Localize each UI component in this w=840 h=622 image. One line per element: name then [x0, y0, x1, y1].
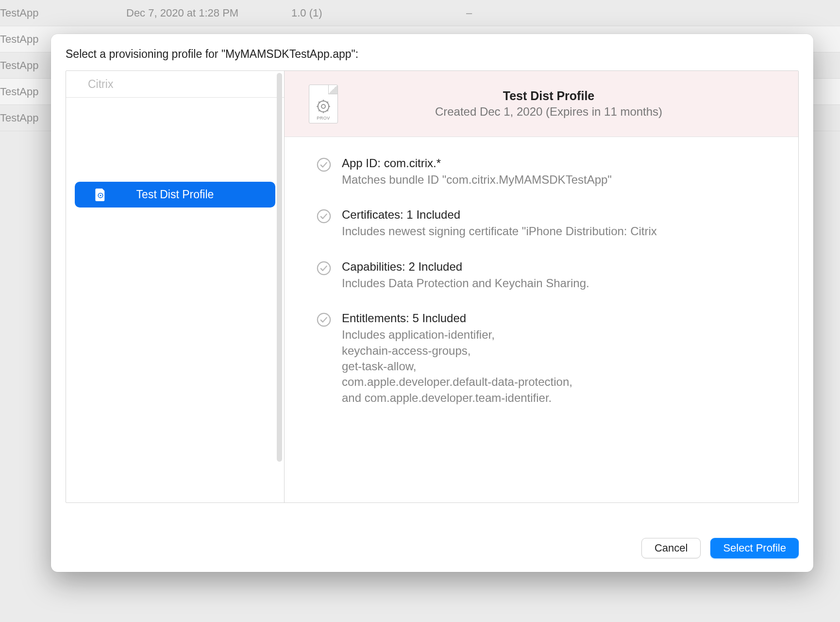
profile-title: Test Dist Profile: [357, 89, 740, 103]
info-entitlements: Entitlements: 5 Included Includes applic…: [317, 311, 779, 406]
detail-header-text: Test Dist Profile Created Dec 1, 2020 (E…: [357, 89, 740, 119]
cancel-button[interactable]: Cancel: [641, 538, 701, 558]
certificates-secondary: Includes newest signing certificate "iPh…: [342, 224, 779, 239]
profile-sidebar: Citrix Test Dist Profile: [66, 71, 285, 502]
svg-point-12: [318, 158, 330, 171]
check-circle-icon: [317, 157, 331, 172]
info-app-id: App ID: com.citrix.* Matches bundle ID "…: [317, 156, 779, 188]
entitlements-secondary: Includes application-identifier, keychai…: [342, 327, 779, 406]
dialog-body: Citrix Test Dist Profile: [66, 70, 799, 503]
check-circle-icon: [317, 209, 331, 224]
detail-content: App ID: com.citrix.* Matches bundle ID "…: [285, 137, 798, 406]
check-circle-icon: [317, 261, 331, 276]
profile-list-item-label: Test Dist Profile: [136, 188, 214, 201]
select-profile-button[interactable]: Select Profile: [710, 538, 799, 558]
svg-point-14: [318, 262, 330, 275]
provisioning-doc-icon: [95, 189, 106, 201]
svg-point-15: [318, 313, 330, 326]
gear-icon: [316, 99, 331, 114]
profile-subtitle: Created Dec 1, 2020 (Expires in 11 month…: [357, 105, 740, 119]
check-circle-icon: [317, 312, 331, 327]
entitlements-primary: Entitlements: 5 Included: [342, 311, 779, 325]
app-id-secondary: Matches bundle ID "com.citrix.MyMAMSDKTe…: [342, 172, 779, 188]
profile-detail: PROV Test Dist Profile Created Dec 1, 20…: [285, 71, 798, 502]
provisioning-profile-dialog: Select a provisioning profile for "MyMAM…: [51, 34, 813, 572]
svg-point-13: [318, 210, 330, 223]
certificates-primary: Certificates: 1 Included: [342, 208, 779, 222]
profile-list-item-selected[interactable]: Test Dist Profile: [75, 182, 275, 207]
capabilities-secondary: Includes Data Protection and Keychain Sh…: [342, 276, 779, 291]
info-certificates: Certificates: 1 Included Includes newest…: [317, 208, 779, 239]
detail-header: PROV Test Dist Profile Created Dec 1, 20…: [285, 71, 798, 137]
info-capabilities: Capabilities: 2 Included Includes Data P…: [317, 260, 779, 291]
app-id-primary: App ID: com.citrix.*: [342, 156, 779, 170]
capabilities-primary: Capabilities: 2 Included: [342, 260, 779, 274]
scrollbar-thumb[interactable]: [277, 73, 282, 462]
svg-point-1: [100, 194, 101, 196]
provisioning-file-icon: PROV: [309, 85, 338, 123]
prov-file-badge: PROV: [317, 116, 330, 121]
dialog-footer: Cancel Select Profile: [51, 524, 813, 572]
svg-point-11: [321, 104, 325, 108]
sidebar-team-label: Citrix: [66, 71, 284, 98]
dialog-title: Select a provisioning profile for "MyMAM…: [51, 34, 813, 70]
